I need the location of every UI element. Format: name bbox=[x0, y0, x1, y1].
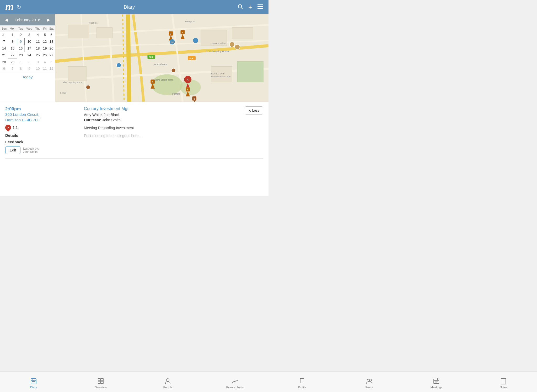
event-pin: A bbox=[4, 123, 12, 132]
calendar-day[interactable]: 8 bbox=[8, 38, 17, 45]
event-location: 2:00pm 360 London Circuit, Hamilton EF4B… bbox=[5, 106, 79, 154]
svg-rect-14 bbox=[237, 61, 263, 82]
calendar-day[interactable]: 1 bbox=[8, 31, 17, 38]
svg-rect-9 bbox=[97, 28, 112, 38]
day-header-sun: Sun bbox=[0, 25, 8, 31]
svg-text:The Cupping Room: The Cupping Room bbox=[63, 81, 83, 84]
feedback-actions: Edit Last edit by: John Smith bbox=[5, 146, 79, 154]
refresh-icon[interactable]: ↻ bbox=[17, 4, 21, 10]
details-label: Details bbox=[5, 133, 79, 138]
calendar-day[interactable]: 11 bbox=[34, 38, 42, 45]
calendar-day[interactable]: 21 bbox=[0, 52, 8, 59]
calendar-day[interactable]: 12 bbox=[42, 38, 48, 45]
calendar-day[interactable]: 23 bbox=[17, 52, 25, 59]
calendar-day[interactable]: 8 bbox=[17, 65, 25, 72]
header-right: + bbox=[237, 3, 263, 11]
calendar-month-label: February 2016 bbox=[15, 18, 40, 22]
svg-point-6 bbox=[151, 74, 182, 95]
calendar-day[interactable]: 7 bbox=[8, 65, 17, 72]
company-name[interactable]: Century Investment Mgt bbox=[84, 106, 227, 111]
day-header-tue: Tue bbox=[17, 25, 25, 31]
today-button[interactable]: Today bbox=[0, 72, 55, 82]
svg-text:A: A bbox=[187, 78, 189, 81]
calendar-day[interactable]: 13 bbox=[48, 38, 55, 45]
svg-text:A23: A23 bbox=[148, 56, 153, 58]
calendar-day[interactable]: 3 bbox=[34, 59, 42, 66]
details-value: Meeting Regarding Investment bbox=[84, 126, 227, 130]
calendar-day[interactable]: 16 bbox=[17, 45, 25, 52]
svg-point-40 bbox=[235, 44, 240, 50]
calendar-day[interactable]: 7 bbox=[0, 38, 8, 45]
edit-button[interactable]: Edit bbox=[5, 146, 20, 154]
calendar-day[interactable]: 22 bbox=[8, 52, 17, 59]
calendar-day[interactable]: 29 bbox=[8, 59, 17, 66]
calendar-day[interactable]: 15 bbox=[8, 45, 17, 52]
calendar-day[interactable]: 11 bbox=[42, 65, 48, 72]
svg-line-1 bbox=[241, 8, 243, 9]
add-icon[interactable]: + bbox=[248, 3, 252, 11]
calendar-day[interactable]: 10 bbox=[25, 38, 34, 45]
calendar-day[interactable]: 5 bbox=[48, 59, 55, 66]
svg-text:Genge St: Genge St bbox=[185, 20, 195, 23]
map-container[interactable]: Rudd St Genge St Jamie's Italian CBD Dum… bbox=[55, 14, 268, 102]
calendar-day[interactable]: 3 bbox=[25, 31, 34, 38]
svg-rect-8 bbox=[68, 25, 89, 38]
calendar-day[interactable]: 2 bbox=[17, 31, 25, 38]
calendar-panel: ◀ February 2016 ▶ Sun Mon Tue Wed Thu Fr… bbox=[0, 14, 55, 102]
calendar-day[interactable]: 4 bbox=[42, 59, 48, 66]
less-button[interactable]: ∧ Less bbox=[245, 106, 263, 115]
calendar-day[interactable]: 19 bbox=[42, 45, 48, 52]
detail-divider bbox=[5, 158, 263, 159]
calendar-day[interactable]: 20 bbox=[48, 45, 55, 52]
calendar-header: ◀ February 2016 ▶ bbox=[0, 14, 55, 25]
less-label: Less bbox=[252, 108, 259, 112]
svg-text:🚌: 🚌 bbox=[171, 40, 174, 43]
calendar-day[interactable]: 4 bbox=[34, 31, 42, 38]
calendar-day[interactable]: 26 bbox=[42, 52, 48, 59]
calendar-day[interactable]: 6 bbox=[0, 65, 8, 72]
header: m ↻ Diary + bbox=[0, 0, 268, 14]
svg-text:CBD Dumpling House: CBD Dumpling House bbox=[206, 50, 229, 53]
event-type-label: 1:1 bbox=[13, 126, 18, 130]
svg-text:Jamie's Italian: Jamie's Italian bbox=[211, 42, 226, 45]
event-detail: 2:00pm 360 London Circuit, Hamilton EF4B… bbox=[0, 102, 268, 158]
last-edit-info: Last edit by: John Smith bbox=[23, 147, 39, 153]
calendar-day[interactable]: 2 bbox=[25, 59, 34, 66]
app-logo: m bbox=[5, 2, 13, 13]
calendar-day[interactable]: 5 bbox=[42, 31, 48, 38]
calendar-day[interactable]: 25 bbox=[34, 52, 42, 59]
calendar-day[interactable]: 28 bbox=[0, 59, 8, 66]
svg-text:1: 1 bbox=[194, 97, 195, 100]
last-edit-label: Last edit by: bbox=[23, 147, 39, 150]
svg-point-53 bbox=[86, 85, 90, 89]
calendar-day[interactable]: 14 bbox=[0, 45, 8, 52]
next-month-button[interactable]: ▶ bbox=[45, 17, 52, 23]
calendar-day[interactable]: 12 bbox=[48, 65, 55, 72]
svg-point-0 bbox=[238, 4, 241, 8]
calendar-day[interactable]: 31 bbox=[0, 31, 8, 38]
calendar-day[interactable]: 27 bbox=[48, 52, 55, 59]
feedback-placeholder[interactable]: Post meeting feedback goes here... bbox=[84, 134, 227, 138]
calendar-day-today[interactable]: 9 bbox=[17, 38, 25, 45]
calendar-grid: Sun Mon Tue Wed Thu Fri Sat 31 1 bbox=[0, 25, 55, 72]
svg-text:7: 7 bbox=[152, 80, 153, 83]
details-section: Meeting Regarding Investment bbox=[84, 126, 227, 130]
menu-icon[interactable] bbox=[257, 4, 263, 10]
calendar-day[interactable]: 18 bbox=[34, 45, 42, 52]
search-icon[interactable] bbox=[237, 4, 243, 11]
less-chevron-icon: ∧ bbox=[249, 108, 251, 112]
feedback-label: Feedback bbox=[5, 140, 79, 144]
calendar: ◀ February 2016 ▶ Sun Mon Tue Wed Thu Fr… bbox=[0, 14, 55, 82]
svg-point-54 bbox=[171, 68, 176, 73]
calendar-day[interactable]: 1 bbox=[17, 59, 25, 66]
calendar-day[interactable]: 24 bbox=[25, 52, 34, 59]
calendar-day[interactable]: 10 bbox=[34, 65, 42, 72]
calendar-day[interactable]: 6 bbox=[48, 31, 55, 38]
svg-text:Banana Leaf: Banana Leaf bbox=[211, 72, 225, 75]
svg-text:Rudd St: Rudd St bbox=[89, 21, 98, 24]
day-header-fri: Fri bbox=[42, 25, 48, 31]
svg-text:IGA: IGA bbox=[189, 57, 193, 60]
prev-month-button[interactable]: ◀ bbox=[3, 17, 9, 23]
calendar-day[interactable]: 17 bbox=[25, 45, 34, 52]
calendar-day[interactable]: 9 bbox=[25, 65, 34, 72]
